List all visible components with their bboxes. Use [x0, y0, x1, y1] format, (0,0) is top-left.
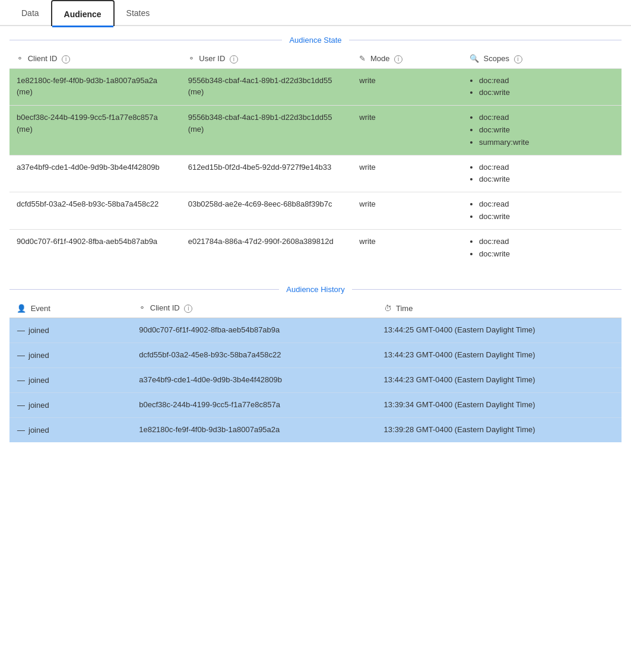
tab-audience[interactable]: Audience [51, 0, 115, 26]
cell-client-id: a37e4bf9-cde1-4d0e-9d9b-3b4e4f42809b [9, 155, 181, 192]
cell-client-id: 90d0c707-6f1f-4902-8fba-aeb54b87ab9a [9, 229, 181, 266]
cell-user-id: 9556b348-cbaf-4ac1-89b1-d22d3bc1dd55 (me… [181, 68, 353, 106]
info-icon-userid: i [230, 55, 238, 64]
audience-state-row: b0ecf38c-244b-4199-9cc5-f1a77e8c857a (me… [9, 106, 622, 155]
tab-active-indicator [52, 26, 113, 27]
cell-event: ⸻joined [9, 392, 132, 417]
cell-client-id: 1e82180c-fe9f-4f0b-9d3b-1a8007a95a2a (me… [9, 68, 181, 106]
audience-history-table-wrapper: 👤 Event ⚬ Client ID i ⏱ Time ⸻joined90d0… [0, 299, 631, 442]
cell-history-client-id: 90d0c707-6f1f-4902-8fba-aeb54b87ab9a [132, 318, 376, 343]
info-icon-history-clientid: i [184, 305, 192, 313]
audience-state-table: ⚬ Client ID i ⚬ User ID i ✎ Mode i 🔍 Sco… [9, 49, 622, 266]
th-mode: ✎ Mode i [352, 49, 462, 68]
cell-client-id: dcfd55bf-03a2-45e8-b93c-58ba7a458c22 [9, 192, 181, 230]
cell-history-client-id: dcfd55bf-03a2-45e8-b93c-58ba7a458c22 [132, 343, 376, 367]
audience-history-divider: Audience History [0, 275, 631, 299]
cell-event: ⸻joined [9, 367, 132, 392]
person-icon-userid: ⚬ [188, 54, 195, 63]
person-icon-history: ⚬ [139, 303, 145, 312]
th-history-clientid: ⚬ Client ID i [132, 299, 376, 318]
joined-icon: ⸻ [17, 425, 25, 435]
cell-time: 13:44:23 GMT-0400 (Eastern Daylight Time… [377, 367, 622, 392]
th-client-id: ⚬ Client ID i [9, 49, 181, 68]
audience-state-table-wrapper: ⚬ Client ID i ⚬ User ID i ✎ Mode i 🔍 Sco… [0, 49, 631, 266]
cell-user-id: 9556b348-cbaf-4ac1-89b1-d22d3bc1dd55 (me… [181, 106, 353, 155]
pencil-icon: ✎ [359, 54, 366, 63]
cell-user-id: 03b0258d-ae2e-4c69-8eec-68b8a8f39b7c [181, 192, 353, 230]
cell-scopes: doc:readdoc:write [462, 192, 622, 230]
cell-time: 13:39:28 GMT-0400 (Eastern Daylight Time… [377, 417, 622, 442]
audience-state-row: 1e82180c-fe9f-4f0b-9d3b-1a8007a95a2a (me… [9, 68, 622, 106]
audience-state-header-row: ⚬ Client ID i ⚬ User ID i ✎ Mode i 🔍 Sco… [9, 49, 622, 68]
tab-bar: Data Audience States [0, 0, 631, 26]
scope-item: doc:read [479, 75, 614, 87]
cell-mode: write [352, 192, 462, 230]
cell-scopes: doc:readdoc:writesummary:write [462, 106, 622, 155]
cell-mode: write [352, 68, 462, 106]
cell-mode: write [352, 155, 462, 192]
cell-scopes: doc:readdoc:write [462, 68, 622, 106]
cell-mode: write [352, 106, 462, 155]
scope-item: doc:read [479, 161, 614, 174]
scope-item: doc:write [479, 124, 614, 137]
cell-user-id: e021784a-886a-47d2-990f-2608a389812d [181, 229, 353, 266]
scope-item: doc:read [479, 236, 614, 248]
info-icon-mode: i [394, 55, 402, 64]
info-icon-scopes: i [514, 55, 522, 64]
joined-icon: ⸻ [17, 375, 25, 385]
scope-item: summary:write [479, 137, 614, 149]
scope-item: doc:read [479, 198, 614, 211]
audience-history-row: ⸻joineda37e4bf9-cde1-4d0e-9d9b-3b4e4f428… [9, 367, 622, 392]
audience-history-row: ⸻joinedb0ecf38c-244b-4199-9cc5-f1a77e8c8… [9, 392, 622, 417]
th-user-id: ⚬ User ID i [181, 49, 353, 68]
audience-history-row: ⸻joined90d0c707-6f1f-4902-8fba-aeb54b87a… [9, 318, 622, 343]
tab-states[interactable]: States [115, 0, 162, 25]
tab-data[interactable]: Data [9, 0, 51, 25]
cell-time: 13:44:23 GMT-0400 (Eastern Daylight Time… [377, 343, 622, 367]
info-icon-clientid: i [62, 55, 70, 64]
cell-history-client-id: a37e4bf9-cde1-4d0e-9d9b-3b4e4f42809b [132, 367, 376, 392]
th-event: 👤 Event [9, 299, 132, 318]
cell-client-id: b0ecf38c-244b-4199-9cc5-f1a77e8c857a (me… [9, 106, 181, 155]
joined-icon: ⸻ [17, 400, 25, 410]
cell-scopes: doc:readdoc:write [462, 229, 622, 266]
cell-time: 13:39:34 GMT-0400 (Eastern Daylight Time… [377, 392, 622, 417]
th-time: ⏱ Time [377, 299, 622, 318]
cell-user-id: 612ed15b-0f2d-4be5-92dd-9727f9e14b33 [181, 155, 353, 192]
audience-history-row: ⸻joineddcfd55bf-03a2-45e8-b93c-58ba7a458… [9, 343, 622, 367]
audience-state-row: 90d0c707-6f1f-4902-8fba-aeb54b87ab9ae021… [9, 229, 622, 266]
scope-item: doc:write [479, 211, 614, 223]
cell-mode: write [352, 229, 462, 266]
audience-state-row: a37e4bf9-cde1-4d0e-9d9b-3b4e4f42809b612e… [9, 155, 622, 192]
audience-history-row: ⸻joined1e82180c-fe9f-4f0b-9d3b-1a8007a95… [9, 417, 622, 442]
scope-item: doc:write [479, 248, 614, 261]
scope-item: doc:write [479, 173, 614, 186]
joined-icon: ⸻ [17, 350, 25, 360]
cell-scopes: doc:readdoc:write [462, 155, 622, 192]
cell-history-client-id: 1e82180c-fe9f-4f0b-9d3b-1a8007a95a2a [132, 417, 376, 442]
event-icon: 👤 [17, 304, 26, 313]
cell-event: ⸻joined [9, 343, 132, 367]
scope-item: doc:read [479, 112, 614, 124]
audience-history-table: 👤 Event ⚬ Client ID i ⏱ Time ⸻joined90d0… [9, 299, 622, 442]
cell-time: 13:44:25 GMT-0400 (Eastern Daylight Time… [377, 318, 622, 343]
joined-icon: ⸻ [17, 325, 25, 335]
cell-event: ⸻joined [9, 318, 132, 343]
th-scopes: 🔍 Scopes i [462, 49, 622, 68]
search-icon: 🔍 [470, 54, 479, 63]
scope-item: doc:write [479, 87, 614, 99]
audience-state-divider: Audience State [0, 26, 631, 49]
cell-event: ⸻joined [9, 417, 132, 442]
cell-history-client-id: b0ecf38c-244b-4199-9cc5-f1a77e8c857a [132, 392, 376, 417]
person-icon-clientid: ⚬ [17, 54, 23, 63]
clock-icon: ⏱ [384, 304, 392, 313]
audience-history-header-row: 👤 Event ⚬ Client ID i ⏱ Time [9, 299, 622, 318]
audience-state-row: dcfd55bf-03a2-45e8-b93c-58ba7a458c2203b0… [9, 192, 622, 230]
